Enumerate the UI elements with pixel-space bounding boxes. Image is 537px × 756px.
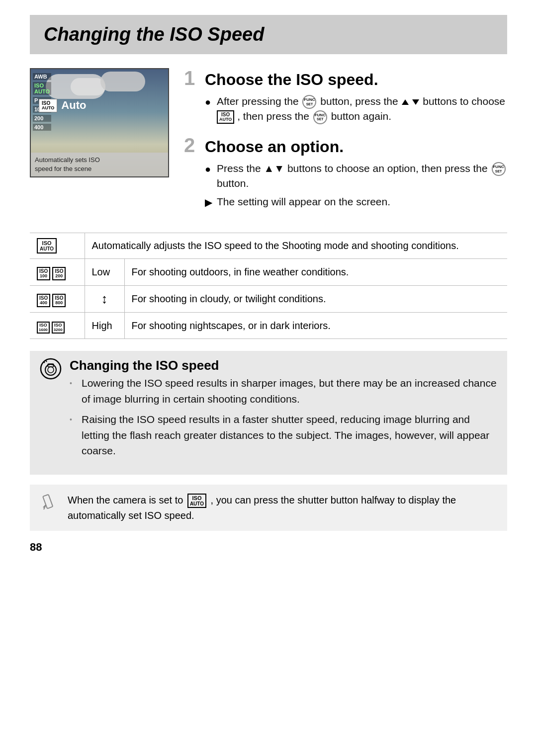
camera-description: Automatically sets ISO speed for the sce… <box>31 153 168 176</box>
tip-content: Changing the ISO speed Lowering the ISO … <box>70 358 497 468</box>
table-row: ISO 100 ISO 200 Low For shooting outdoor… <box>30 258 507 285</box>
cam-label-400: 400 <box>33 124 51 131</box>
step-2-number: 2 <box>184 135 199 155</box>
title-bar: Changing the ISO Speed <box>30 15 507 54</box>
table-desc-cell-low: For shooting outdoors, in fine weather c… <box>124 258 507 285</box>
table-label-cell-low: Low <box>85 258 124 285</box>
tip-icon <box>40 358 62 384</box>
top-section: AWB ISOAUTO P 100 200 400 ISO AUTO Auto … <box>30 68 507 221</box>
camera-screen: AWB ISOAUTO P 100 200 400 ISO AUTO Auto … <box>30 68 169 177</box>
triangle-down-icon <box>412 99 419 105</box>
step-1: 1 Choose the ISO speed. ● After pressing… <box>184 68 507 124</box>
cam-label-iso: ISOAUTO <box>33 82 51 95</box>
table-row: ISO 400 ISO 800 ↕ For shooting in cloudy… <box>30 285 507 312</box>
tip-bullet-2: Raising the ISO speed results in a faste… <box>70 412 497 459</box>
step-1-bullet-1: ● After pressing the FUNC SET button, pr… <box>205 94 507 124</box>
step-1-title: Choose the ISO speed. <box>205 71 378 89</box>
cam-label-200: 200 <box>33 115 51 122</box>
iso-auto-icon: ISO AUTO <box>39 99 57 112</box>
iso-auto-badge: ISO AUTO <box>217 110 234 124</box>
table-icon-cell-400-800: ISO 400 ISO 800 <box>30 285 85 312</box>
iso-speed-table: ISO AUTO Automatically adjusts the ISO s… <box>30 233 507 339</box>
page-title: Changing the ISO Speed <box>44 24 493 45</box>
pencil-icon <box>40 493 59 511</box>
table-row: ISO 1600 ISO 3200 High For shooting nigh… <box>30 312 507 339</box>
note-text: When the camera is set to ISO AUTO , you… <box>68 493 497 523</box>
table-desc-cell-high: For shooting nightscapes, or in dark int… <box>124 312 507 339</box>
iso-auto-note-badge: ISO AUTO <box>187 494 206 508</box>
note-box: When the camera is set to ISO AUTO , you… <box>30 485 507 531</box>
svg-point-1 <box>45 364 56 375</box>
page-number: 88 <box>30 541 507 554</box>
step-2-header: 2 Choose an option. <box>184 135 507 156</box>
step-1-body: ● After pressing the FUNC SET button, pr… <box>184 94 507 124</box>
table-label-cell-mid: ↕ <box>85 285 124 312</box>
table-icon-cell-100-200: ISO 100 ISO 200 <box>30 258 85 285</box>
step-1-number: 1 <box>184 68 199 88</box>
camera-tip-icon <box>40 358 62 380</box>
step-1-header: 1 Choose the ISO speed. <box>184 68 507 89</box>
iso-auto-display: ISO AUTO Auto <box>39 99 86 112</box>
table-row: ISO AUTO Automatically adjusts the ISO s… <box>30 233 507 258</box>
func-set-icon-2: FUNC SET <box>313 110 327 124</box>
tip-bullets: Lowering the ISO speed results in sharpe… <box>70 375 497 459</box>
table-desc-cell-auto: Automatically adjusts the ISO speed to t… <box>85 233 507 258</box>
step-2-bullet-1: ● Press the ▲▼ buttons to choose an opti… <box>205 161 507 191</box>
step-2-title: Choose an option. <box>205 138 344 156</box>
svg-line-4 <box>46 360 47 362</box>
step-2-bullet-2: ▶ The setting will appear on the screen. <box>205 194 507 210</box>
func-set-icon-3: FUNC SET <box>492 162 506 176</box>
tip-bullet-1: Lowering the ISO speed results in sharpe… <box>70 375 497 407</box>
func-set-icon-1: FUNC SET <box>302 95 316 109</box>
triangle-up-icon <box>402 99 409 105</box>
tip-title: Changing the ISO speed <box>70 358 497 373</box>
note-icon <box>40 493 60 515</box>
cam-label-awb: AWB <box>33 73 51 80</box>
step-2: 2 Choose an option. ● Press the ▲▼ butto… <box>184 135 507 210</box>
table-desc-cell-mid: For shooting in cloudy, or twilight cond… <box>124 285 507 312</box>
svg-point-3 <box>48 367 54 373</box>
svg-line-5 <box>44 362 45 363</box>
tip-box: Changing the ISO speed Lowering the ISO … <box>30 351 507 475</box>
auto-text: Auto <box>61 99 86 112</box>
steps-section: 1 Choose the ISO speed. ● After pressing… <box>184 68 507 221</box>
table-icon-cell-auto: ISO AUTO <box>30 233 85 258</box>
table-icon-cell-1600-3200: ISO 1600 ISO 3200 <box>30 312 85 339</box>
step-2-body: ● Press the ▲▼ buttons to choose an opti… <box>184 161 507 210</box>
table-label-cell-high: High <box>85 312 124 339</box>
